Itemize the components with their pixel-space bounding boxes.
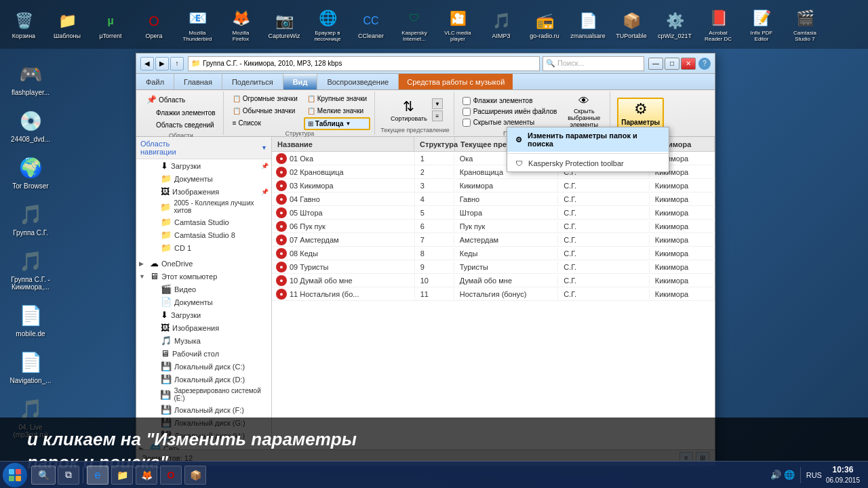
tab-home[interactable]: Главная	[174, 74, 222, 89]
taskbar-search-button[interactable]: 🔍	[31, 466, 56, 485]
nav-item-disk-e[interactable]: 💾 Зарезервировано системой (E:)	[136, 386, 271, 403]
taskbar-folder-button[interactable]: 📁	[111, 466, 133, 485]
nav-item-video[interactable]: 🎬 Видео	[136, 283, 271, 296]
language-indicator[interactable]: RUS	[806, 471, 822, 479]
taskbar-icon-opera[interactable]: O Opera	[134, 6, 174, 43]
nav-pane-toggle[interactable]: Областьнавигации ▼	[136, 137, 271, 159]
start-button[interactable]	[3, 463, 27, 487]
taskbar-ie-button[interactable]: e	[87, 466, 108, 485]
table-button[interactable]: ⊞ Таблица ▼	[304, 117, 370, 130]
huge-icons-button[interactable]: 📋 Огромные значки	[229, 93, 301, 104]
nav-item-camtasia8[interactable]: 📁 Camtasia Studio 8	[136, 228, 271, 241]
desktop-icon-gruppa2[interactable]: 🎵 Группа С.Г. - Кикимора,...	[3, 245, 58, 293]
forward-button[interactable]: ▶	[155, 57, 169, 70]
help-button[interactable]: ?	[698, 58, 711, 70]
list-button[interactable]: ≡ Список	[229, 117, 301, 129]
sort-options-button[interactable]: ▼	[432, 98, 443, 109]
table-row[interactable]: ● 03 Кикимора 3 Кикимора С.Г. Кикимора	[272, 179, 715, 192]
kaspersky-toolbar[interactable]: 🛡 Kaspersky Protection toolbar	[507, 155, 669, 171]
taskbar-icon-korzina[interactable]: 🗑️ Корзина	[3, 6, 44, 43]
taskbar-icon-vlc[interactable]: 🎦 VLC mediaplayer	[437, 3, 478, 45]
search-bar[interactable]: 🔍 Поиск...	[542, 56, 644, 71]
table-row[interactable]: ● 10 Думай обо мне 10 Думай обо мне С.Г.…	[272, 274, 715, 287]
nav-item-this-pc[interactable]: ▼ 🖥 Этот компьютер	[136, 270, 271, 283]
taskbar-icon-tuportable[interactable]: 📦 TUPortable	[611, 6, 652, 43]
taskbar-opera-button[interactable]: O	[160, 466, 182, 485]
taskbar-icon-firefox[interactable]: 🦊 MozillaFirefox	[220, 3, 261, 45]
large-icons-button[interactable]: 📋 Крупные значки	[304, 93, 370, 104]
tab-music-tools[interactable]: Средства работы с музыкой	[399, 74, 513, 89]
taskbar-icon-cpwiz[interactable]: ⚙️ cpWiz_021T	[654, 6, 695, 43]
nav-item-desktop[interactable]: 🖥 Рабочий стол	[136, 347, 271, 360]
maximize-button[interactable]: □	[665, 58, 679, 70]
checkboxes-option[interactable]: Флажки элементов	[461, 96, 558, 106]
table-row[interactable]: ● 08 Кеды 8 Кеды С.Г. Кикимора	[272, 247, 715, 260]
up-button[interactable]: ↑	[170, 57, 184, 70]
table-row[interactable]: ● 06 Пук пук 6 Пук пук С.Г. Кикимора	[272, 220, 715, 233]
nav-item-images2[interactable]: 🖼 Изображения	[136, 321, 271, 334]
taskbar-icon-aimp[interactable]: 🎵 AIMP3	[481, 6, 521, 43]
taskbar-icon-utorrent[interactable]: µ µTorrent	[90, 6, 131, 43]
nav-item-2005[interactable]: 📁 2005 - Коллекция лучших хитов	[136, 198, 271, 216]
tray-icon-1[interactable]: 🔊	[770, 470, 781, 480]
area-navigation-button[interactable]: 📌 Область	[143, 93, 219, 106]
desktop-icon-flashplayer[interactable]: 🎮 flashplayer...	[3, 58, 58, 99]
desktop-icon-navigation[interactable]: 📄 Navigation_...	[3, 346, 58, 387]
table-row[interactable]: ● 09 Туристы 9 Туристы С.Г. Кикимора	[272, 260, 715, 274]
tab-view[interactable]: Вид	[283, 74, 318, 89]
taskbar-icon-shablony[interactable]: 📁 Шаблоны	[47, 6, 87, 43]
table-row[interactable]: ● 04 Гавно 4 Гавно С.Г. Кикимора	[272, 192, 715, 206]
taskbar-icon-ccleaner[interactable]: CC CCleaner	[351, 6, 391, 43]
desktop-icon-dvd[interactable]: 💿 24408_dvd...	[3, 104, 58, 146]
area-view-button[interactable]: Флажки элементов	[143, 107, 219, 119]
small-icons-button[interactable]: 📋 Мелкие значки	[304, 105, 370, 117]
taskbar-icon-infix[interactable]: 📝 Infix PDFEditor	[741, 3, 782, 45]
hidden-option[interactable]: Скрытые элементы	[461, 118, 558, 127]
change-folder-options[interactable]: ⚙ Изменить параметры папок и поиска	[507, 127, 669, 152]
minimize-button[interactable]: —	[648, 58, 663, 70]
nav-item-disk-d[interactable]: 💾 Локальный диск (D:)	[136, 373, 271, 386]
taskbar-icon-acrobat[interactable]: 📕 AcrobatReader DC	[698, 3, 738, 45]
tray-icon-2[interactable]: 🌐	[784, 470, 795, 480]
taskbar-icon-thunderbird[interactable]: 📧 MozillaThunderbird	[177, 3, 218, 45]
desktop-icon-gruppa[interactable]: 🎵 Группа С.Г.	[3, 198, 58, 239]
taskbar-icon-capturewiz[interactable]: 📷 CaptureWiz	[264, 6, 304, 43]
nav-item-documents[interactable]: 📁 Документы	[136, 172, 271, 185]
nav-item-onedrive[interactable]: ▶ ☁ OneDrive	[136, 257, 271, 270]
nav-item-docs2[interactable]: 📄 Документы	[136, 296, 271, 308]
nav-item-downloads[interactable]: ⬇ Загрузки 📌	[136, 159, 271, 172]
desktop-icon-mobile[interactable]: 📄 mobile.de	[3, 299, 58, 340]
table-row[interactable]: ● 07 Амстердам 7 Амстердам С.Г. Кикимора	[272, 233, 715, 247]
back-button[interactable]: ◀	[140, 57, 154, 70]
nav-item-images[interactable]: 🖼 Изображения 📌	[136, 185, 271, 198]
col-track-header[interactable]: Структура	[414, 137, 455, 151]
nav-item-music[interactable]: 🎵 Музыка	[136, 334, 271, 347]
tab-file[interactable]: Файл	[136, 74, 174, 89]
tab-share[interactable]: Поделиться	[222, 74, 283, 89]
normal-icons-button[interactable]: 📋 Обычные значки	[229, 105, 301, 117]
taskbar-icon-camtasia[interactable]: 🎬 CamtasiaStudio 7	[785, 3, 825, 45]
taskbar-icon-goradio[interactable]: 📻 go-radio.ru	[524, 6, 565, 43]
nav-item-disk-f[interactable]: 💾 Локальный диск (F:)	[136, 403, 271, 416]
extensions-option[interactable]: Расширения имён файлов	[461, 107, 558, 117]
desktop-icon-torbrowser[interactable]: 🌍 Tor Browser	[3, 151, 58, 192]
taskbar-icon-sandbox[interactable]: 🌐 Браузер впесочнице	[307, 3, 348, 45]
hide-selected-button[interactable]: 👁 Скрыть выбранные элементы	[564, 93, 604, 130]
taskbar-task-view[interactable]: ⧉	[58, 466, 79, 485]
table-row[interactable]: ● 11 Ностальгия (бо... 11 Ностальгия (бо…	[272, 287, 715, 301]
parameters-button[interactable]: ⚙ Параметры	[617, 98, 664, 129]
nav-item-camtasia[interactable]: 📁 Camtasia Studio	[136, 216, 271, 228]
area-info-button[interactable]: Область сведений	[143, 119, 219, 131]
taskbar-firefox-button[interactable]: 🦊	[136, 466, 157, 485]
close-button[interactable]: ✕	[681, 58, 696, 70]
nav-item-downloads2[interactable]: ⬇ Загрузки	[136, 308, 271, 321]
col-name-header[interactable]: Название	[272, 137, 414, 151]
taskbar-icon-kaspersky[interactable]: 🛡 KasperskyInternet...	[394, 3, 435, 45]
taskbar-misc-button[interactable]: 📦	[184, 466, 206, 485]
table-row[interactable]: ● 05 Штора 5 Штора С.Г. Кикимора	[272, 206, 715, 220]
address-bar[interactable]: 📁 Группа С.Г. - Кикимора, 2010, MP3, 128…	[188, 56, 540, 71]
group-button[interactable]: ≡	[432, 110, 443, 121]
clock[interactable]: 10:36 06.09.2015	[826, 465, 860, 485]
sort-button[interactable]: ⇅ Сортировать	[387, 96, 431, 124]
nav-item-cd1[interactable]: 📁 CD 1	[136, 241, 271, 254]
